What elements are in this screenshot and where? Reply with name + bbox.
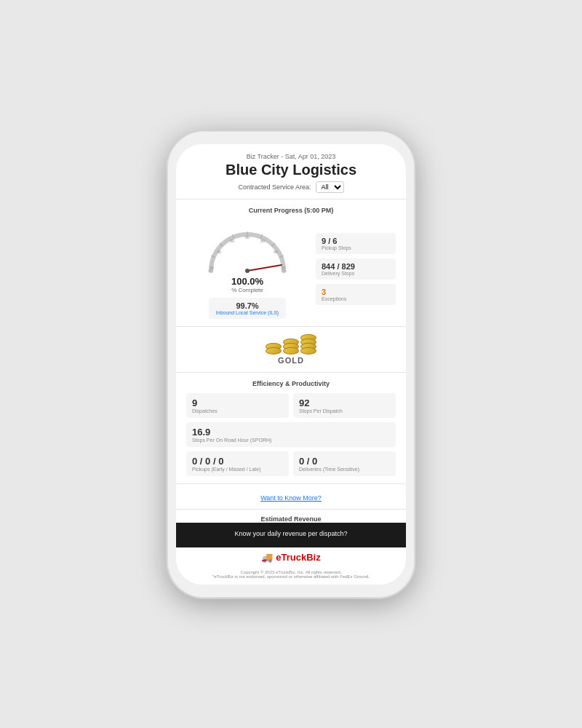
gold-label: GOLD <box>186 356 396 365</box>
screen-inner: Biz Tracker - Sat, Apr 01, 2023 Blue Cit… <box>176 144 406 585</box>
estimated-revenue-header: Estimated Revenue <box>176 510 406 523</box>
deliveries-item: 0 / 0 Deliveries (Time Sensitive) <box>293 451 396 476</box>
stops-dispatch-value: 92 <box>299 397 390 408</box>
stops-dispatch-item: 92 Stops Per Dispatch <box>293 393 396 418</box>
svg-text:80: 80 <box>260 239 265 243</box>
dispatches-value: 9 <box>192 397 283 408</box>
coins-row <box>186 334 396 355</box>
pickups-value: 0 / 0 / 0 <box>192 456 283 467</box>
promo-banner: Know your daily revenue per dispatch? <box>176 523 406 547</box>
phone-screen: Biz Tracker - Sat, Apr 01, 2023 Blue Cit… <box>176 144 406 585</box>
svg-text:20: 20 <box>281 266 285 270</box>
app-header: Biz Tracker - Sat, Apr 01, 2023 Blue Cit… <box>176 144 406 199</box>
exceptions-box: 3 Exceptions <box>316 284 396 305</box>
gold-section: GOLD <box>176 327 406 373</box>
service-area-row: Contracted Service Area: All <box>188 181 394 193</box>
know-more-link[interactable]: Want to Know More? <box>260 494 322 502</box>
gauge-svg: 20 40 60 80 80 60 20 <box>200 220 295 274</box>
ils-value: 99.7% <box>216 301 279 310</box>
svg-text:80: 80 <box>245 235 250 240</box>
gauge-left: 20 40 60 80 80 60 20 <box>186 220 308 319</box>
know-more-row[interactable]: Want to Know More? <box>176 484 406 510</box>
footer-text: Copyright © 2023 eTruckBiz, Inc. All rig… <box>176 567 406 585</box>
ils-label: Inbound Local Service (ILS) <box>216 310 279 315</box>
progress-title: Current Progress (5:00 PM) <box>186 207 396 214</box>
sporh-item: 16.9 Stops Per On Road Hour (SPORH) <box>186 422 396 447</box>
promo-text: Know your daily revenue per dispatch? <box>186 530 396 537</box>
company-name: Blue City Logistics <box>188 162 394 178</box>
gauge-right: 9 / 6 Pickup Stops 844 / 829 Delivery St… <box>316 233 396 305</box>
gauge-label: % Complete <box>231 287 263 293</box>
coin-stack-1 <box>266 343 282 355</box>
svg-text:60: 60 <box>274 250 278 254</box>
exceptions-label: Exceptions <box>322 296 390 301</box>
deliveries-label: Deliveries (Time Sensitive) <box>299 467 390 472</box>
svg-text:40: 40 <box>217 250 221 254</box>
delivery-stops-box: 844 / 829 Delivery Stops <box>316 258 396 280</box>
dispatches-item: 9 Dispatches <box>186 393 289 418</box>
service-area-select[interactable]: All <box>316 181 344 193</box>
est-revenue-title: Estimated Revenue <box>260 515 321 523</box>
etruck-icon: 🚚 <box>261 552 273 563</box>
current-progress-section: Current Progress (5:00 PM) <box>176 199 406 327</box>
coin-stack-3 <box>300 334 316 355</box>
coin-stack-2 <box>283 339 299 355</box>
svg-text:20: 20 <box>210 266 214 270</box>
service-area-label: Contracted Service Area: <box>238 183 311 191</box>
pickups-item: 0 / 0 / 0 Pickups (Early / Missed / Late… <box>186 451 289 476</box>
biz-tracker-label: Biz Tracker - Sat, Apr 01, 2023 <box>188 153 394 160</box>
phone-frame: Biz Tracker - Sat, Apr 01, 2023 Blue Cit… <box>167 131 415 598</box>
exceptions-value: 3 <box>322 288 390 296</box>
delivery-value: 844 / 829 <box>322 262 390 271</box>
pickup-stops-box: 9 / 6 Pickup Stops <box>316 233 396 254</box>
delivery-label: Delivery Stops <box>322 271 390 276</box>
dispatches-label: Dispatches <box>192 408 283 414</box>
svg-point-17 <box>245 269 250 273</box>
sporh-label: Stops Per On Road Hour (SPORH) <box>192 438 390 443</box>
gauge-container: 20 40 60 80 80 60 20 <box>186 220 396 319</box>
etruck-logo-text: eTruckBiz <box>276 552 320 563</box>
stops-dispatch-label: Stops Per Dispatch <box>299 408 390 414</box>
etruck-logo-row: 🚚 eTruckBiz <box>176 547 406 567</box>
gauge-value: 100.0% <box>231 276 263 287</box>
ils-box: 99.7% Inbound Local Service (ILS) <box>209 298 286 319</box>
svg-line-16 <box>247 265 282 271</box>
svg-text:60: 60 <box>230 239 234 243</box>
efficiency-section: Efficiency & Productivity 9 Dispatches 9… <box>176 373 406 484</box>
deliveries-value: 0 / 0 <box>299 456 390 467</box>
efficiency-grid: 9 Dispatches 92 Stops Per Dispatch 16.9 … <box>186 393 396 476</box>
pickup-label: Pickup Stops <box>322 245 390 250</box>
pickup-value: 9 / 6 <box>322 237 390 245</box>
disclaimer-text: *eTruckBiz is not endorsed, sponsored or… <box>183 574 399 579</box>
sporh-value: 16.9 <box>192 427 390 438</box>
pickups-label: Pickups (Early / Missed / Late) <box>192 467 283 472</box>
efficiency-title: Efficiency & Productivity <box>186 380 396 387</box>
